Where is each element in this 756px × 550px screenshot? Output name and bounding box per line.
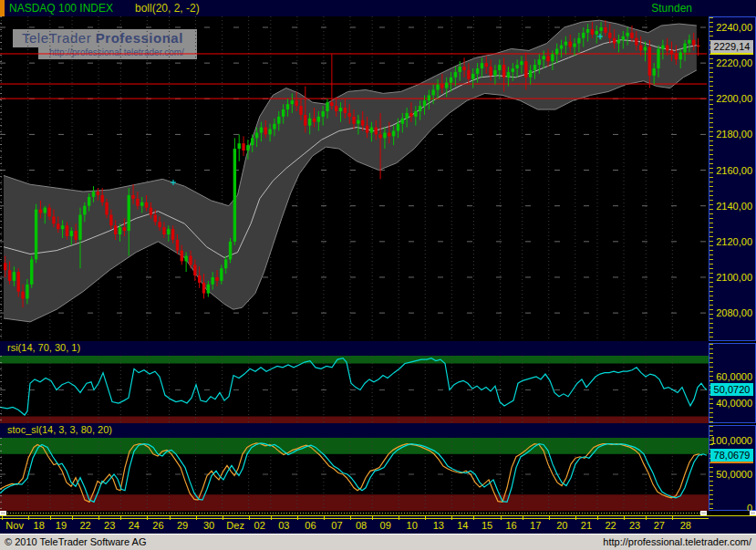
stoch-study-label: stoc_sl(14, 3, 3, 80, 20) (7, 424, 112, 435)
date-label: 19 (56, 520, 67, 531)
axis-label: 60,0000 (716, 371, 752, 382)
date-axis-line (0, 518, 709, 519)
date-label: 06 (305, 520, 316, 531)
date-tick (646, 516, 647, 520)
date-label: 23 (104, 520, 115, 531)
date-tick (672, 516, 673, 520)
axis-label: 2140,00 (716, 201, 752, 212)
symbol-title: NASDAQ 100 INDEX (9, 2, 113, 15)
status-bar: © 2010 TeleTrader Software AG http://pro… (0, 534, 756, 550)
date-tick (549, 516, 550, 520)
date-label: 07 (331, 520, 342, 531)
price-axis-ticks (709, 17, 713, 340)
date-tick (170, 516, 171, 520)
date-label: 17 (530, 520, 541, 531)
stoch-value-tag: 78,0679 (710, 449, 753, 463)
date-tick (297, 516, 298, 520)
axis-label: 2120,00 (716, 236, 752, 247)
date-label: 18 (34, 520, 45, 531)
oversold-zone (0, 494, 709, 511)
axis-label: 2180,00 (716, 129, 752, 140)
date-tick (120, 516, 121, 520)
timeframe-label: Stunden (651, 2, 692, 15)
date-tick (50, 516, 51, 520)
axis-label: 2200,00 (716, 93, 752, 104)
teletrader-window: NASDAQ 100 INDEX boll(20, 2, -2) Stunden… (0, 0, 756, 550)
date-tick (501, 516, 502, 520)
date-tick (372, 516, 373, 520)
date-label: 23 (629, 520, 640, 531)
active-chart-marker-icon (0, 0, 5, 16)
axis-label: 2240,00 (716, 22, 752, 33)
axis-label: 2160,00 (716, 165, 752, 176)
date-tick (597, 516, 598, 520)
date-tick (147, 516, 148, 520)
date-label: 27 (654, 520, 665, 531)
oversold-zone (0, 417, 709, 424)
date-label: 03 (278, 520, 289, 531)
date-label: 16 (505, 520, 516, 531)
status-url-text: http://professional.teletrader.com/ (603, 536, 751, 547)
date-label: 22 (605, 520, 616, 531)
date-tick (98, 516, 99, 520)
axis-label: 2220,00 (716, 57, 752, 68)
date-tick (473, 516, 474, 520)
bollinger-band-area (4, 20, 697, 322)
date-label: 08 (356, 520, 367, 531)
rsi-value-tag: 50,0720 (710, 383, 753, 396)
axis-label: 40,0000 (716, 398, 752, 409)
copyright-text: © 2010 TeleTrader Software AG (5, 536, 146, 547)
date-label: 24 (129, 520, 140, 531)
date-tick (271, 516, 272, 520)
study-label: boll(20, 2, -2) (135, 2, 200, 15)
rsi-study-label: rsi(14, 70, 30, 1) (7, 342, 80, 353)
date-label: 30 (203, 520, 214, 531)
axis-label: 2080,00 (716, 307, 752, 318)
date-tick (28, 516, 29, 520)
date-label: 21 (581, 520, 592, 531)
date-label: 14 (457, 520, 468, 531)
date-label: 28 (680, 520, 691, 531)
rsi-indicator-chart[interactable] (0, 356, 709, 423)
axis-label: 100,0000 (710, 435, 752, 446)
price-axis[interactable]: 2240,002220,002200,002180,002160,002140,… (709, 16, 756, 341)
date-label: 13 (433, 520, 444, 531)
date-tick (324, 516, 325, 520)
date-label: 20 (556, 520, 567, 531)
date-tick (399, 516, 399, 520)
main-price-chart[interactable] (0, 16, 709, 341)
date-label: 09 (380, 520, 391, 531)
date-label: 10 (407, 520, 418, 531)
date-label: Nov (5, 520, 24, 531)
date-tick (350, 516, 351, 520)
axis-label: 2100,00 (716, 272, 752, 283)
date-label: 26 (152, 520, 163, 531)
scrollbar-track (7, 513, 701, 514)
overbought-zone (0, 356, 709, 364)
date-tick (451, 516, 452, 520)
date-tick (196, 516, 197, 520)
date-label: 15 (482, 520, 492, 531)
stoch-panel-header: stoc_sl(14, 3, 3, 80, 20) (0, 423, 709, 438)
rsi-line (0, 358, 707, 415)
date-tick (249, 516, 250, 520)
chart-title-bar: NASDAQ 100 INDEX boll(20, 2, -2) Stunden (0, 0, 756, 16)
last-price-tag: 2229,14 (710, 40, 753, 55)
date-tick (425, 516, 426, 520)
date-tick (523, 516, 523, 520)
stoch-axis[interactable]: 100,000050,00000 (709, 425, 756, 511)
axis-label: 50,0000 (716, 469, 752, 480)
rsi-panel-header: rsi(14, 70, 30, 1) (0, 341, 709, 356)
date-label: 22 (79, 520, 90, 531)
date-axis[interactable]: Nov1819222324262930Dez020306070809101314… (0, 515, 756, 534)
date-label: 02 (254, 520, 265, 531)
date-tick (575, 516, 576, 520)
date-label: 29 (177, 520, 188, 531)
date-tick (223, 516, 223, 520)
stoch-indicator-chart[interactable] (0, 438, 709, 511)
date-tick (2, 516, 3, 520)
date-tick (72, 516, 73, 520)
date-label: Dez (226, 520, 244, 531)
date-tick (624, 516, 625, 520)
